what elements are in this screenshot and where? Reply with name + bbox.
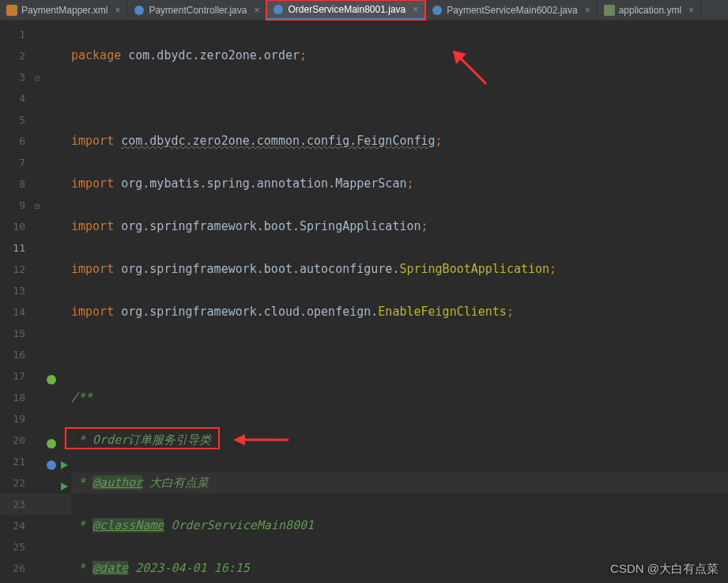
close-icon[interactable]: × <box>115 5 120 16</box>
line-number: 22 <box>0 472 71 494</box>
line-number: 24 <box>0 515 71 536</box>
java-icon <box>273 4 284 15</box>
run-icon[interactable] <box>58 456 70 468</box>
line-number: 15 <box>0 323 71 344</box>
class-icon[interactable] <box>46 456 57 468</box>
line-number: 17 <box>0 365 71 387</box>
line-number: 18 <box>0 387 71 408</box>
svg-point-7 <box>47 460 56 470</box>
line-number: 19 <box>0 408 71 430</box>
line-number: 7 <box>0 152 71 173</box>
line-number: 14 <box>0 301 71 323</box>
close-icon[interactable]: × <box>688 5 694 16</box>
line-number: 25 <box>0 536 71 558</box>
code-editor[interactable]: 1 2 3⊟ 4 5 6 7 8 9⊟ 10 11 12 13 14 15 16… <box>0 21 728 583</box>
close-icon[interactable]: × <box>585 5 590 16</box>
spring-icon[interactable] <box>46 435 57 446</box>
line-number: 23 <box>0 494 71 515</box>
fold-icon[interactable]: ⊟ <box>35 195 40 216</box>
line-number: 12 <box>0 259 71 280</box>
spring-icon[interactable] <box>46 371 57 382</box>
svg-point-6 <box>47 439 56 449</box>
line-number: 4 <box>0 88 71 109</box>
line-number: 26 <box>0 558 71 579</box>
tab-label: PaymentMapper.xml <box>21 5 108 16</box>
editor-tabs: PaymentMapper.xml × PaymentController.ja… <box>0 0 728 21</box>
run-icon[interactable] <box>58 478 70 489</box>
tab-label: OrderServiceMain8001.java <box>288 4 405 15</box>
svg-rect-0 <box>6 5 17 16</box>
tab-label: PaymentController.java <box>149 5 247 16</box>
line-number: 10 <box>0 216 71 237</box>
svg-point-2 <box>273 5 283 14</box>
svg-marker-8 <box>61 461 68 469</box>
line-number: 5 <box>0 109 71 131</box>
line-number: 13 <box>0 280 71 301</box>
close-icon[interactable]: × <box>254 5 259 16</box>
line-number: 3⊟ <box>0 66 71 88</box>
yml-icon <box>604 5 615 16</box>
svg-rect-4 <box>604 5 615 16</box>
line-number: 6 <box>0 131 71 152</box>
tab-label: application.yml <box>619 5 681 16</box>
line-number: 1 <box>0 24 71 45</box>
code-area[interactable]: package com.dbydc.zero2one.order; import… <box>71 21 728 583</box>
line-number: 21 <box>0 451 71 472</box>
svg-point-3 <box>432 6 442 15</box>
line-number: 9⊟ <box>0 195 71 216</box>
tab-paymentservicemain6002[interactable]: PaymentServiceMain6002.java × <box>425 0 597 20</box>
tab-application-yml[interactable]: application.yml × <box>598 0 701 20</box>
fold-icon[interactable]: ⊟ <box>35 66 40 88</box>
svg-marker-9 <box>61 483 68 490</box>
java-icon <box>432 5 443 16</box>
svg-point-5 <box>47 375 56 384</box>
gutter: 1 2 3⊟ 4 5 6 7 8 9⊟ 10 11 12 13 14 15 16… <box>0 21 71 583</box>
line-number: 16 <box>0 344 71 365</box>
line-number: 2 <box>0 45 71 66</box>
close-icon[interactable]: × <box>413 4 418 15</box>
line-number: 11 <box>0 237 71 259</box>
tab-label: PaymentServiceMain6002.java <box>447 5 577 16</box>
xml-icon <box>6 5 17 16</box>
java-icon <box>134 5 145 16</box>
line-number: 8 <box>0 173 71 195</box>
svg-point-1 <box>134 6 144 15</box>
watermark: CSDN @大白有点菜 <box>610 562 719 577</box>
line-number: 20 <box>0 430 71 451</box>
tab-paymentcontroller[interactable]: PaymentController.java × <box>127 0 266 20</box>
tab-orderservicemain8001[interactable]: OrderServiceMain8001.java × <box>266 0 425 20</box>
tab-paymentmapper[interactable]: PaymentMapper.xml × <box>0 0 127 20</box>
